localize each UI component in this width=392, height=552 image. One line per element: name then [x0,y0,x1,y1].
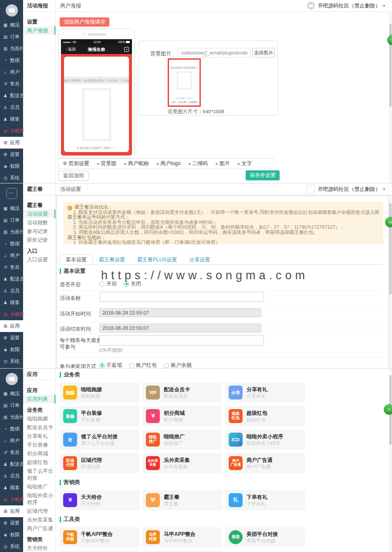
settings-tab[interactable]: 分享设置 [183,254,216,264]
back-to-top-button[interactable]: 返回顶部 [58,171,89,181]
sidebar-item[interactable]: ▤ 订单 [0,400,23,411]
app-card[interactable]: 商户 广告通 商户广告通 商户广告通 [225,453,305,473]
close-icon[interactable]: × [204,53,207,58]
toolbar-tool[interactable]: + 商户logo [156,160,181,167]
submenu-item[interactable]: 活动设置 [23,210,55,218]
sidebar-item[interactable]: ♟ 顾客 [0,482,23,494]
sidebar-item[interactable]: ⚙ 设置 [0,149,23,160]
app-card[interactable]: 啦啦 推广 啦啦推广 啦啦推广 [142,430,222,450]
choose-image-button[interactable]: 选择图片 [252,48,275,58]
submenu-item[interactable]: 入口设置 [23,255,55,264]
app-card[interactable]: 千帆 对接 千帆APP整合 千帆APP整合 [60,527,139,547]
submenu-item[interactable]: 区域代理 [23,507,55,515]
radio-option[interactable]: 不返现 [99,362,122,368]
app-card[interactable]: Ψ 霸王餐 霸王餐 [142,490,222,510]
sidebar-item[interactable]: ♙ 店员 [0,102,23,113]
radio-option[interactable]: 账户余额 [164,362,192,368]
bg-image-thumbnail[interactable]: 微信点餐系统，创业就那么简单！ 长按识别图中二维码！ 主营：外卖订餐，欢迎惠顾 [168,58,201,107]
sidebar-item[interactable]: ▤ 订单 [0,214,23,226]
app-card[interactable]: 装修 平台装修 平台装修 [60,406,139,426]
settings-tab[interactable]: 霸王餐PLUS设置 [131,254,183,264]
submenu-item[interactable]: 分享有礼 [23,432,55,440]
activity-name-input[interactable] [99,292,264,302]
toolbar-tool[interactable]: + 图片 [215,160,230,167]
toolbar-tool[interactable]: ⚙ 页面设置 [63,160,89,167]
sidebar-item[interactable]: ♟ 配送员 [0,458,23,470]
submenu-item[interactable]: 啦啦外卖小程序 [23,491,55,507]
app-card[interactable]: 马甲 对接 马甲APP整合 马甲APP整合 [142,527,222,547]
sidebar-item[interactable]: ◷ 系统 [0,172,23,183]
sidebar-item[interactable]: ⌂ 商户 [0,66,23,78]
app-card[interactable]: ￥ 天天特价 天天特价 [60,490,139,510]
sidebar-item[interactable]: ▦ 概况 [0,388,23,400]
sidebar-item[interactable]: ⊞ 应用 [0,137,23,149]
submenu-item[interactable]: 天天特价 [23,544,55,552]
sidebar-item[interactable]: ♟ 顾客 [0,113,23,125]
submenu-item[interactable]: 啦啦推广 [23,482,55,491]
submenu-item[interactable]: 积分商城 [23,449,55,458]
end-time-input[interactable] [99,324,261,332]
submenu-item[interactable]: 活动期数 [23,218,55,227]
sidebar-item[interactable]: ⌂ 商户 [0,250,23,261]
app-card[interactable]: e 饿了么平台对接 饿了么平台对接 [60,430,139,450]
sidebar-item[interactable]: ⚙ 设置 [0,332,23,344]
sidebar-item[interactable]: ◈ 权限 [0,160,23,172]
sidebar-item[interactable]: ◷ 系统 [0,541,23,552]
sidebar-item[interactable]: ♟ 配送员 [0,273,23,285]
app-card[interactable]: 礼 下单有礼 下单有礼 [225,490,305,510]
submenu-item[interactable]: 超级红包 [23,458,55,467]
sidebar-item[interactable]: ♙ 店员 [0,285,23,297]
toolbar-tool[interactable]: + 二维码 [188,160,208,167]
sidebar-item[interactable]: ↺ 售后 [0,447,23,458]
start-time-input[interactable] [99,308,261,317]
sidebar-item[interactable]: ◈ 权限 [0,344,23,356]
sidebar-item[interactable]: ⌂ 商户 [0,435,23,447]
submenu-item[interactable]: 乐外卖采集 [23,515,55,524]
support-float-badge[interactable]: 78 [387,35,392,45]
submenu-item[interactable]: 获奖记录 [23,236,55,244]
radio-option[interactable]: 账户红包 [129,362,157,368]
sidebar-item[interactable]: ↺ 售后 [0,261,23,273]
sidebar-item[interactable]: ▥ 当面付 [0,411,23,423]
app-card[interactable]: 跑腿 啦啦跑腿 啦啦跑腿 [60,383,139,403]
clear-cache-button[interactable]: 清除商户海报缓存 [60,17,109,27]
submenu-item[interactable]: 商户广告通 [23,524,55,533]
app-card[interactable]: 美团 美团平台对接 美团平台对接 [225,527,305,547]
sidebar-item[interactable]: ◎ 小程序 [0,494,23,505]
bg-image-path-input[interactable] [177,48,250,58]
app-card[interactable]: 超级 红包 超级红包 超级红包 [225,406,305,426]
user-menu[interactable]: 开吧源码社区（禁止删除） ▾ [307,0,385,11]
app-card[interactable]: VIP 配送会员卡 配送会员卡 [142,383,222,403]
sidebar-item[interactable]: ♟ 配送员 [0,90,23,102]
settings-tab[interactable]: 霸王餐设置 [93,254,131,264]
sidebar-item[interactable]: ◈ 权限 [0,529,23,541]
sidebar-item[interactable]: ◔ 数据 [0,54,23,66]
app-card[interactable]: ICO 啦啦外卖小程序 啦啦外卖小程序 [225,430,305,450]
sidebar-item[interactable]: ◔ 数据 [0,238,23,250]
submenu-item[interactable]: 配送会员卡 [23,423,55,432]
sidebar-item[interactable]: ↺ 售后 [0,78,23,90]
daily-limit-input[interactable] [99,335,264,345]
toolbar-tool[interactable]: + 文字 [237,160,252,167]
submenu-item[interactable]: 应用列表 [23,395,55,403]
submenu-item[interactable]: 饿了么平台对接 [23,467,55,482]
user-menu[interactable]: 开吧源码社区（禁止删除） ▾ [306,183,385,195]
submenu-item[interactable]: 商户海报 [23,26,55,35]
sidebar-item[interactable]: ⊞ 应用 [0,320,23,332]
app-card[interactable]: ￥ 积分商城 积分商城 [142,406,222,426]
sidebar-item[interactable]: ▦ 概况 [0,19,23,31]
sidebar-item[interactable]: ◎ 小程序 [0,125,23,137]
sidebar-item[interactable]: ⊞ 应用 [0,505,23,517]
support-float-badge[interactable]: 77 [384,404,392,415]
sidebar-item[interactable]: ▥ 当面付 [0,226,23,238]
app-card[interactable]: 区域 代理 区域代理 区域代理 [60,453,139,473]
sidebar-item[interactable]: ◎ 小程序 [0,308,23,320]
settings-tab[interactable]: 基本设置 [60,254,93,264]
sidebar-item[interactable]: ♙ 店员 [0,470,23,482]
save-settings-button[interactable]: 保存并设置 [246,170,280,180]
sidebar-item[interactable]: ◔ 数据 [0,423,23,435]
sidebar-item[interactable]: ▦ 概况 [0,203,23,214]
app-card[interactable]: 乐外卖 采集 乐外卖采集 乐外卖采集 [142,453,222,473]
sidebar-item[interactable]: ◷ 系统 [0,356,23,367]
submenu-item[interactable]: 平台装修 [23,440,55,449]
